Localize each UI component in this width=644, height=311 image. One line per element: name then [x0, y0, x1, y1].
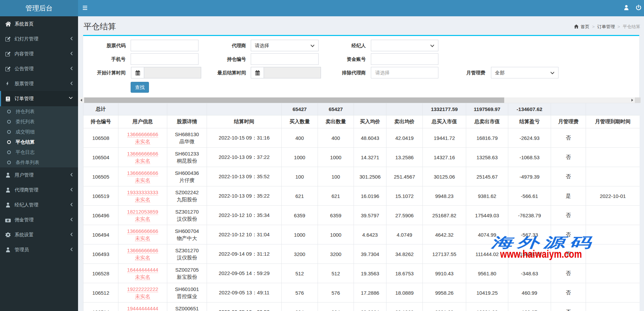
svg-text:1: 1 — [7, 219, 9, 222]
